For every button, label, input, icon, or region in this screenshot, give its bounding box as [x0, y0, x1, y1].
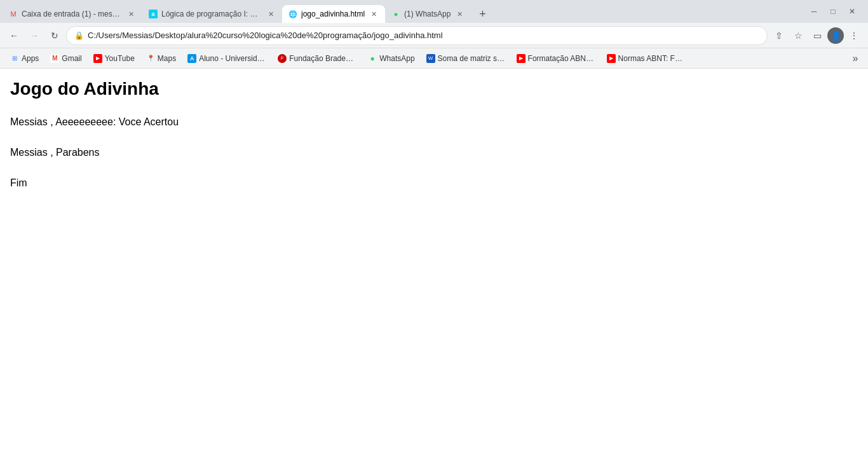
whatsapp-bm-icon: ●: [368, 54, 377, 63]
bookmark-whatsapp[interactable]: ● WhatsApp: [363, 52, 419, 66]
bookmark-youtube[interactable]: ▶ YouTube: [88, 52, 140, 66]
share-button[interactable]: ⇧: [770, 27, 788, 45]
reload-button[interactable]: ↻: [46, 27, 64, 45]
bookmark-bradesco-label: Fundação Bradesco...: [289, 54, 356, 63]
tab-alura[interactable]: a Lógica de programação I: os prin ✕: [142, 5, 282, 23]
close-button[interactable]: ✕: [844, 3, 860, 20]
bookmark-youtube-label: YouTube: [105, 54, 135, 63]
alura-favicon-icon: a: [149, 10, 158, 18]
tab-whatsapp-close-icon[interactable]: ✕: [454, 9, 465, 19]
address-bar-container[interactable]: 🔒: [66, 26, 768, 45]
bookmark-aluno[interactable]: A Aluno - Universidad...: [182, 52, 271, 66]
bookmark-maps[interactable]: 📍 Maps: [141, 52, 181, 66]
formatacao-bm-icon: ▶: [517, 54, 526, 63]
title-bar: M Caixa de entrada (1) - messias.va ✕ a …: [0, 0, 868, 23]
menu-button[interactable]: ⋮: [845, 27, 863, 45]
gmail-favicon-icon: M: [9, 10, 18, 18]
bookmark-whatsapp-label: WhatsApp: [379, 54, 414, 63]
tabs-area: M Caixa de entrada (1) - messias.va ✕ a …: [3, 0, 801, 23]
bookmarks-bar: ⊞ Apps M Gmail ▶ YouTube 📍 Maps A Aluno …: [0, 48, 868, 69]
bookmark-apps[interactable]: ⊞ Apps: [5, 52, 44, 66]
new-tab-button[interactable]: +: [473, 5, 491, 23]
file-favicon-icon: 🌐: [288, 10, 297, 18]
page-line1: Messias , Aeeeeeeeee: Voce Acertou: [10, 114, 858, 130]
tab-whatsapp-title: (1) WhatsApp: [404, 10, 451, 18]
back-button[interactable]: ←: [5, 27, 23, 45]
bookmark-soma-label: Soma de matriz sim...: [438, 54, 505, 63]
page-title: Jogo do Adivinha: [10, 79, 858, 99]
bookmark-gmail-label: Gmail: [62, 54, 81, 63]
toolbar-right-buttons: ⇧ ☆ ▭ 👤 ⋮: [770, 27, 863, 45]
normas-bm-icon: ▶: [607, 54, 616, 63]
bookmark-maps-label: Maps: [158, 54, 176, 63]
navigation-toolbar: ← → ↻ 🔒 ⇧ ☆ ▭ 👤 ⋮: [0, 23, 868, 48]
maximize-button[interactable]: □: [825, 3, 841, 20]
bookmark-formatacao[interactable]: ▶ Formatação ABNT...: [512, 52, 600, 66]
address-security-icon: 🔒: [74, 31, 84, 40]
bookmark-star-button[interactable]: ☆: [789, 27, 807, 45]
bookmark-bradesco[interactable]: F Fundação Bradesco...: [273, 52, 362, 66]
bookmark-gmail[interactable]: M Gmail: [45, 52, 86, 66]
tab-jogo-title: jogo_adivinha.html: [301, 10, 365, 18]
soma-bm-icon: W: [426, 54, 435, 63]
aluno-bm-icon: A: [187, 54, 196, 63]
address-input[interactable]: [88, 31, 759, 40]
browser-window: M Caixa de entrada (1) - messias.va ✕ a …: [0, 0, 868, 463]
page-content: Jogo do Adivinha Messias , Aeeeeeeeee: V…: [0, 69, 868, 463]
tab-whatsapp[interactable]: ● (1) WhatsApp ✕: [385, 5, 471, 23]
apps-grid-icon: ⊞: [10, 54, 19, 63]
bookmarks-more-button[interactable]: »: [848, 51, 863, 66]
customize-sidebar-button[interactable]: ▭: [808, 27, 826, 45]
profile-button[interactable]: 👤: [827, 27, 844, 44]
window-controls: ─ □ ✕: [801, 3, 865, 20]
bookmark-normas[interactable]: ▶ Normas ABNT: For...: [602, 52, 691, 66]
tab-alura-title: Lógica de programação I: os prin: [161, 10, 262, 18]
tab-gmail[interactable]: M Caixa de entrada (1) - messias.va ✕: [3, 5, 142, 23]
tab-jogo-close-icon[interactable]: ✕: [369, 9, 379, 19]
bookmark-aluno-label: Aluno - Universidad...: [199, 54, 266, 63]
whatsapp-favicon-icon: ●: [391, 10, 400, 18]
bookmark-formatacao-label: Formatação ABNT...: [528, 54, 595, 63]
page-line3: Fim: [10, 176, 858, 191]
tab-gmail-title: Caixa de entrada (1) - messias.va: [22, 10, 122, 18]
maps-bm-icon: 📍: [146, 54, 155, 63]
tab-gmail-close-icon[interactable]: ✕: [126, 9, 136, 19]
youtube-bm-icon: ▶: [93, 54, 102, 63]
tab-alura-close-icon[interactable]: ✕: [266, 9, 276, 19]
bookmark-soma[interactable]: W Soma de matriz sim...: [421, 52, 510, 66]
forward-button[interactable]: →: [25, 27, 43, 45]
tab-jogo[interactable]: 🌐 jogo_adivinha.html ✕: [282, 5, 385, 23]
bookmark-apps-label: Apps: [22, 54, 39, 63]
minimize-button[interactable]: ─: [806, 3, 822, 20]
bradesco-bm-icon: F: [278, 54, 287, 63]
page-line2: Messias , Parabens: [10, 145, 858, 160]
gmail-bm-icon: M: [50, 54, 59, 63]
bookmark-normas-label: Normas ABNT: For...: [618, 54, 686, 63]
